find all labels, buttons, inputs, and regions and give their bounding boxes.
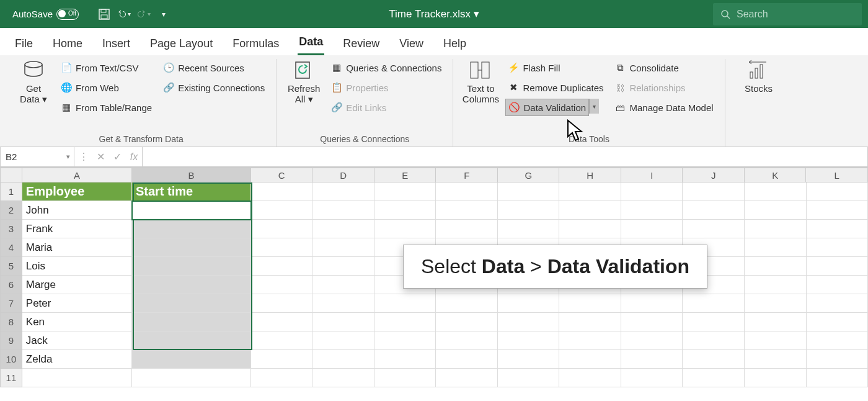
cell-B3[interactable]	[132, 220, 251, 238]
cell-F10[interactable]	[436, 350, 498, 369]
cell-K10[interactable]	[745, 350, 807, 369]
cell-L3[interactable]	[807, 220, 868, 238]
cell-B11[interactable]	[132, 369, 251, 387]
cell-H1[interactable]	[559, 182, 621, 201]
data-validation-button[interactable]: 🚫Data Validation	[505, 99, 589, 116]
cell-A1[interactable]: Employee	[22, 182, 132, 201]
undo-icon[interactable]: ▾	[117, 7, 131, 21]
row-header-9[interactable]: 9	[0, 331, 22, 350]
cell-I3[interactable]	[621, 220, 683, 238]
cell-J1[interactable]	[683, 182, 745, 201]
cell-K3[interactable]	[745, 220, 807, 238]
tab-page-layout[interactable]: Page Layout	[149, 32, 214, 55]
cell-J9[interactable]	[683, 331, 745, 350]
tab-home[interactable]: Home	[51, 32, 84, 55]
search-box[interactable]: Search	[713, 3, 862, 25]
tab-formulas[interactable]: Formulas	[231, 32, 280, 55]
column-header-I[interactable]: I	[621, 168, 683, 182]
column-header-D[interactable]: D	[312, 168, 374, 182]
cell-J10[interactable]	[683, 350, 745, 369]
cell-E3[interactable]	[374, 220, 436, 238]
cell-E7[interactable]	[374, 294, 436, 313]
cell-G2[interactable]	[498, 201, 560, 220]
cell-B8[interactable]	[132, 313, 251, 331]
cell-H7[interactable]	[559, 294, 621, 313]
from-text-csv-button[interactable]: 📄From Text/CSV	[58, 59, 154, 76]
cell-D8[interactable]	[312, 313, 374, 331]
cell-D3[interactable]	[312, 220, 374, 238]
row-header-11[interactable]: 11	[0, 369, 22, 387]
column-header-H[interactable]: H	[559, 168, 621, 182]
cell-C2[interactable]	[251, 201, 313, 220]
column-header-L[interactable]: L	[806, 168, 868, 182]
cell-H11[interactable]	[559, 369, 621, 387]
cell-G9[interactable]	[498, 331, 560, 350]
tab-file[interactable]: File	[14, 32, 34, 55]
cell-F1[interactable]	[436, 182, 498, 201]
cell-D2[interactable]	[312, 201, 374, 220]
cell-B1[interactable]: Start time	[132, 182, 251, 201]
cell-C6[interactable]	[251, 276, 313, 294]
manage-data-model-button[interactable]: 🗃Manage Data Model	[613, 99, 716, 116]
cell-L9[interactable]	[807, 331, 868, 350]
cell-H8[interactable]	[559, 313, 621, 331]
cell-E10[interactable]	[374, 350, 436, 369]
column-header-K[interactable]: K	[745, 168, 807, 182]
cell-L7[interactable]	[807, 294, 868, 313]
row-header-1[interactable]: 1	[0, 182, 22, 201]
autosave-toggle[interactable]: AutoSave Off	[12, 9, 79, 20]
cell-D6[interactable]	[312, 276, 374, 294]
row-header-7[interactable]: 7	[0, 294, 22, 313]
data-validation-dropdown[interactable]: ▾	[589, 99, 599, 114]
cell-C7[interactable]	[251, 294, 313, 313]
tab-data[interactable]: Data	[298, 30, 324, 55]
row-header-6[interactable]: 6	[0, 276, 22, 294]
cell-K2[interactable]	[745, 201, 807, 220]
row-header-8[interactable]: 8	[0, 313, 22, 331]
cell-A6[interactable]: Marge	[22, 276, 132, 294]
cell-D7[interactable]	[312, 294, 374, 313]
existing-connections-button[interactable]: 🔗Existing Connections	[161, 79, 267, 96]
from-table-range-button[interactable]: ▦From Table/Range	[58, 99, 154, 116]
cell-L11[interactable]	[807, 369, 868, 387]
cell-J2[interactable]	[683, 201, 745, 220]
cell-K8[interactable]	[745, 313, 807, 331]
cell-G1[interactable]	[498, 182, 560, 201]
toggle-switch[interactable]: Off	[56, 9, 79, 20]
cell-L4[interactable]	[807, 238, 868, 257]
cell-A4[interactable]: Maria	[22, 238, 132, 257]
cell-B10[interactable]	[132, 350, 251, 369]
column-header-B[interactable]: B	[132, 168, 251, 182]
stocks-button[interactable]: Stocks	[734, 59, 784, 94]
cell-K1[interactable]	[745, 182, 807, 201]
queries-connections-button[interactable]: ▦Queries & Connections	[329, 59, 444, 76]
cell-C8[interactable]	[251, 313, 313, 331]
cell-D9[interactable]	[312, 331, 374, 350]
cell-B5[interactable]	[132, 257, 251, 276]
cell-I11[interactable]	[621, 369, 683, 387]
cell-G3[interactable]	[498, 220, 560, 238]
cell-E8[interactable]	[374, 313, 436, 331]
cell-A3[interactable]: Frank	[22, 220, 132, 238]
cell-H10[interactable]	[559, 350, 621, 369]
row-header-5[interactable]: 5	[0, 257, 22, 276]
cell-L1[interactable]	[807, 182, 868, 201]
cell-F2[interactable]	[436, 201, 498, 220]
cell-A9[interactable]: Jack	[22, 331, 132, 350]
cell-B9[interactable]	[132, 331, 251, 350]
cell-F7[interactable]	[436, 294, 498, 313]
cell-K7[interactable]	[745, 294, 807, 313]
cell-J3[interactable]	[683, 220, 745, 238]
cell-B7[interactable]	[132, 294, 251, 313]
cell-C3[interactable]	[251, 220, 313, 238]
cell-D10[interactable]	[312, 350, 374, 369]
cell-E11[interactable]	[374, 369, 436, 387]
document-title[interactable]: Time Tracker.xlsx ▾	[389, 7, 479, 20]
cell-F3[interactable]	[436, 220, 498, 238]
cell-A8[interactable]: Ken	[22, 313, 132, 331]
enter-icon[interactable]: ✓	[113, 151, 122, 163]
cancel-icon[interactable]: ✕	[97, 151, 105, 163]
cell-I7[interactable]	[621, 294, 683, 313]
cell-C11[interactable]	[251, 369, 313, 387]
cell-F8[interactable]	[436, 313, 498, 331]
